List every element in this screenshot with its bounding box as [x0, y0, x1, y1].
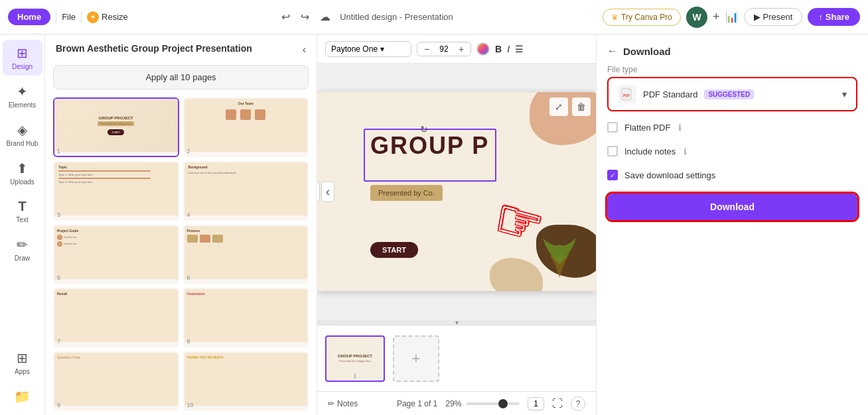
- flatten-pdf-checkbox[interactable]: [607, 122, 618, 133]
- slide-blob2: [490, 258, 543, 291]
- analytics-button[interactable]: 📊: [725, 11, 739, 23]
- thumb-title-1: GROUP PROJECT: [99, 116, 133, 120]
- flatten-pdf-info: ℹ: [678, 123, 682, 133]
- slide-blob3: [536, 225, 596, 278]
- bold-button[interactable]: B: [495, 44, 502, 54]
- slide-thumbnail-6[interactable]: Process 6: [183, 225, 309, 284]
- rotate-handle[interactable]: ↻: [420, 124, 428, 135]
- italic-button[interactable]: I: [507, 44, 510, 54]
- sidebar-item-draw[interactable]: ✏ Draw: [3, 231, 42, 267]
- notes-icon: ✏: [328, 399, 334, 408]
- apply-all-bar[interactable]: Apply all 10 pages: [53, 65, 309, 89]
- zoom-slider[interactable]: [467, 402, 520, 405]
- flatten-pdf-option[interactable]: Flatten PDF ℹ: [607, 119, 857, 135]
- thumb-subtitle-1: Presented by Calinga Devi: [98, 121, 134, 126]
- align-button[interactable]: ☰: [515, 44, 524, 54]
- collapse-right-button[interactable]: ›: [317, 182, 320, 202]
- share-button[interactable]: ↑ Share: [808, 8, 860, 26]
- canvas-overlay-buttons: ⤢ 🗑: [549, 97, 591, 116]
- zoom-slider-thumb[interactable]: [498, 399, 508, 408]
- download-panel-header: ← Download: [607, 45, 857, 57]
- slide-thumbnail-4[interactable]: Background Lorem ipsum dolor sit amet, c…: [183, 161, 309, 221]
- user-avatar[interactable]: W: [686, 7, 707, 28]
- font-size-decrease-button[interactable]: −: [420, 44, 433, 54]
- download-panel-title: Download: [623, 46, 671, 57]
- slide-thumbnail-9[interactable]: Question Time 9: [53, 351, 179, 411]
- undo-button[interactable]: ↩: [277, 8, 294, 26]
- expand-canvas-button[interactable]: ⤢: [549, 97, 568, 116]
- redo-button[interactable]: ↪: [297, 8, 313, 26]
- notes-button[interactable]: ✏ Notes: [328, 399, 358, 408]
- file-type-name: PDF Standard: [643, 89, 697, 99]
- download-panel-back-button[interactable]: ←: [607, 45, 618, 57]
- slide-thumbnail-1[interactable]: GROUP PROJECT Presented by Calinga Devi …: [53, 97, 179, 157]
- status-right: Page 1 of 1 29% 1 ⛶ ?: [397, 396, 585, 411]
- thumb-num-6: 6: [187, 274, 190, 281]
- thumb-title-3: Topic: [58, 165, 67, 169]
- sidebar-item-design-label: Design: [12, 63, 33, 70]
- main-layout: ⊞ Design ✦ Elements ◈ Brand Hub ⬆ Upload…: [0, 34, 868, 415]
- slide-thumbnail-7[interactable]: Result 7: [53, 288, 179, 347]
- save-settings-option[interactable]: ✓ Save download settings: [607, 167, 857, 183]
- sidebar-item-apps[interactable]: ⊞ Apps: [3, 345, 42, 381]
- thumb-team-2: [187, 109, 305, 120]
- collapse-left-button[interactable]: ‹: [321, 182, 334, 202]
- sidebar-item-folder[interactable]: 📁: [3, 383, 42, 410]
- color-picker[interactable]: [476, 42, 490, 56]
- thumb-text-4: Lorem ipsum dolor sit amet, consectetur …: [188, 172, 237, 174]
- thumb-num-2: 2: [187, 148, 190, 154]
- collapse-panel-button[interactable]: ‹: [303, 44, 306, 56]
- page-indicator-button[interactable]: 1: [528, 397, 544, 410]
- add-button[interactable]: +: [713, 10, 720, 24]
- thumb-num-3: 3: [57, 211, 60, 218]
- slide-thumbnail-8[interactable]: Conclusion 8: [183, 288, 309, 347]
- share-icon: ↑: [818, 12, 823, 22]
- topbar-center: ↩ ↪ ☁ Untitled design - Presentation: [133, 8, 597, 26]
- filmstrip-slide-1-sub: Presented by Calinga Devi: [338, 359, 372, 363]
- page-label: Page 1 of 1: [397, 399, 437, 408]
- filmstrip-add-slide[interactable]: +: [393, 335, 439, 382]
- cloud-save-button[interactable]: ☁: [316, 8, 334, 26]
- try-canva-button[interactable]: ♛ Try Canva Pro: [603, 9, 681, 26]
- present-button[interactable]: ▶ Present: [744, 8, 803, 26]
- download-button[interactable]: Download: [607, 194, 857, 220]
- file-button[interactable]: File: [62, 12, 76, 22]
- try-canva-label: Try Canva Pro: [621, 13, 672, 22]
- thumb-bg-7: Result: [54, 289, 178, 342]
- thumb-preview-9: Question Time: [54, 353, 178, 406]
- include-notes-checkbox[interactable]: [607, 146, 618, 156]
- present-icon: ▶: [754, 12, 760, 22]
- thumb-bg-3: Topic Topic 1: Write your topic here Top…: [54, 162, 178, 215]
- slide-thumbnail-5[interactable]: Project Goals 1Goal item here 2Goal item…: [53, 225, 179, 284]
- delete-canvas-button[interactable]: 🗑: [572, 97, 591, 116]
- thumb-member-3: [255, 109, 265, 120]
- filmstrip: GROUP PROJECT Presented by Calinga Devi …: [317, 325, 596, 391]
- home-button[interactable]: Home: [8, 9, 50, 25]
- resize-button[interactable]: ✦ Resize: [87, 11, 128, 23]
- slide-thumbnail-3[interactable]: Topic Topic 1: Write your topic here Top…: [53, 161, 179, 221]
- slides-panel: Brown Aesthetic Group Project Presentati…: [45, 34, 317, 415]
- thumb-title-5: Project Goals: [57, 229, 175, 233]
- thumb-process-step-2: [200, 235, 210, 243]
- sidebar-item-uploads[interactable]: ⬆ Uploads: [3, 155, 42, 191]
- brandhub-icon: ◈: [17, 122, 27, 138]
- file-type-selector[interactable]: PDF PDF Standard SUGGESTED ▾: [607, 77, 857, 111]
- sidebar-item-design[interactable]: ⊞ Design: [3, 40, 42, 76]
- slide-thumbnail-10[interactable]: THANK YOU SO MUCH 10: [183, 351, 309, 411]
- thumb-num-8: 8: [187, 338, 190, 345]
- sidebar-item-uploads-label: Uploads: [10, 178, 35, 186]
- sidebar-item-elements[interactable]: ✦ Elements: [3, 78, 42, 114]
- include-notes-option[interactable]: Include notes ℹ: [607, 143, 857, 159]
- sidebar-item-text[interactable]: T Text: [3, 194, 42, 229]
- filmstrip-slide-1[interactable]: GROUP PROJECT Presented by Calinga Devi …: [325, 335, 385, 382]
- slide-thumbnail-2[interactable]: Our Team 2: [183, 97, 309, 157]
- font-selector[interactable]: Paytone One ▾: [325, 41, 411, 57]
- font-size-increase-button[interactable]: +: [455, 44, 468, 54]
- topbar-right: ♛ Try Canva Pro W + 📊 ▶ Present ↑ Share: [603, 7, 860, 28]
- sidebar-item-brandhub[interactable]: ◈ Brand Hub: [3, 117, 42, 152]
- help-button[interactable]: ?: [571, 396, 585, 411]
- save-settings-checkbox[interactable]: ✓: [607, 170, 618, 180]
- fullscreen-button[interactable]: ⛶: [552, 398, 563, 410]
- thumb-num-5: 5: [57, 274, 60, 281]
- sidebar-item-text-label: Text: [16, 216, 28, 223]
